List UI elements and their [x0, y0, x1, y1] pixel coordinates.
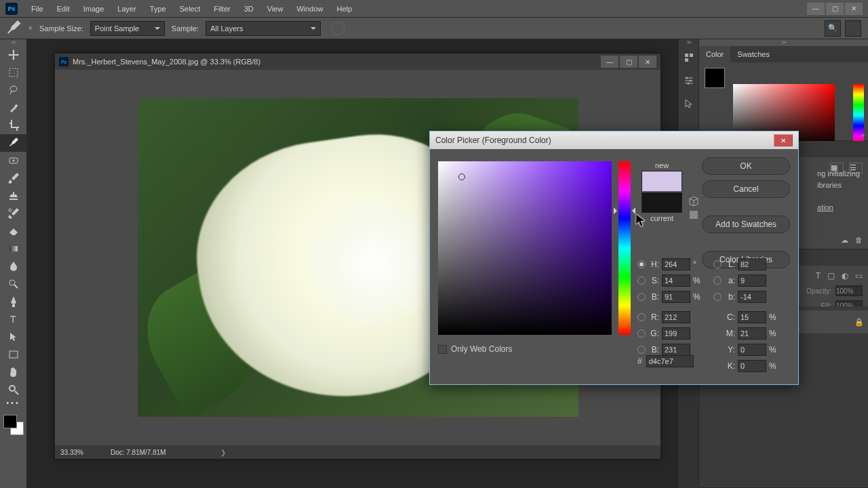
menu-help[interactable]: Help: [330, 0, 359, 17]
rectangle-tool[interactable]: [0, 346, 27, 363]
bb-input[interactable]: [662, 344, 690, 356]
workspace-button[interactable]: [845, 20, 861, 37]
gradient-tool[interactable]: [0, 240, 27, 258]
hue-slider[interactable]: [618, 161, 631, 335]
eyedropper-tool[interactable]: [0, 134, 27, 152]
type-tool[interactable]: T: [0, 310, 27, 328]
lasso-tool[interactable]: [0, 81, 27, 99]
healing-brush-tool[interactable]: [0, 152, 27, 169]
foreground-color-swatch[interactable]: [3, 415, 17, 428]
layers-filter-icon[interactable]: ▢: [827, 271, 835, 281]
tab-color[interactable]: Color: [699, 46, 730, 62]
move-tool[interactable]: [0, 46, 27, 64]
y-input[interactable]: [738, 344, 766, 356]
color-marker[interactable]: [458, 174, 465, 180]
menu-select[interactable]: Select: [173, 0, 208, 17]
menu-edit[interactable]: Edit: [50, 0, 77, 17]
document-titlebar[interactable]: Ps Mrs._Herbert_Stevens_May_2008.jpg @ 3…: [55, 54, 660, 70]
c-input[interactable]: [738, 311, 766, 323]
path-selection-tool[interactable]: [0, 328, 27, 346]
show-sampling-ring-icon[interactable]: [332, 22, 345, 35]
window-minimize[interactable]: —: [807, 3, 825, 15]
dodge-tool[interactable]: [0, 275, 27, 293]
menu-3d[interactable]: 3D: [237, 0, 260, 17]
chevron-right-icon[interactable]: ▸: [862, 131, 865, 138]
cancel-button[interactable]: Cancel: [702, 180, 790, 198]
character-panel-icon[interactable]: [679, 92, 699, 115]
blur-tool[interactable]: [0, 258, 27, 275]
current-color-swatch[interactable]: [642, 192, 682, 213]
foreground-background-swatch[interactable]: [3, 415, 24, 435]
doc-minimize[interactable]: —: [601, 56, 618, 68]
zoom-tool[interactable]: [0, 381, 27, 399]
l-input[interactable]: [738, 258, 766, 270]
hand-tool[interactable]: [0, 363, 27, 381]
lock-icon[interactable]: 🔒: [854, 318, 863, 327]
layers-filter-icon-2[interactable]: ◐: [842, 271, 848, 281]
cloud-icon[interactable]: ☁: [841, 236, 848, 245]
h-radio[interactable]: [637, 260, 646, 268]
right-panels-handle[interactable]: ≫: [699, 39, 868, 46]
libraries-link[interactable]: ation: [817, 203, 833, 211]
m-input[interactable]: [738, 327, 766, 340]
s-input[interactable]: [662, 274, 690, 287]
bv-radio[interactable]: [637, 293, 646, 301]
g-radio[interactable]: [637, 329, 646, 338]
zoom-level[interactable]: 33.33%: [60, 449, 83, 456]
bv-input[interactable]: [662, 291, 690, 303]
sample-size-select[interactable]: Point Sample: [90, 21, 165, 36]
properties-panel-icon[interactable]: [679, 69, 699, 92]
dialog-close-button[interactable]: ✕: [774, 134, 793, 146]
toolbox-more[interactable]: •••: [0, 399, 26, 412]
ok-button[interactable]: OK: [702, 157, 790, 175]
trash-icon[interactable]: 🗑: [855, 236, 863, 245]
menu-layer[interactable]: Layer: [111, 0, 143, 17]
k-input[interactable]: [738, 360, 766, 372]
hex-input[interactable]: [646, 355, 694, 367]
dialog-titlebar[interactable]: Color Picker (Foreground Color) ✕: [430, 131, 798, 149]
window-close[interactable]: ✕: [845, 3, 863, 15]
search-icon[interactable]: 🔍: [825, 20, 841, 37]
websafe-icon[interactable]: [689, 210, 698, 220]
chevron-right-icon[interactable]: ❯: [220, 449, 226, 456]
sample-select[interactable]: All Layers: [205, 21, 321, 36]
bl-input[interactable]: [738, 291, 766, 303]
opacity-input[interactable]: [835, 285, 863, 296]
history-brush-tool[interactable]: [0, 205, 27, 222]
s-radio[interactable]: [637, 277, 646, 285]
add-swatches-button[interactable]: Add to Swatches: [702, 216, 790, 233]
menu-image[interactable]: Image: [77, 0, 111, 17]
color-swatch[interactable]: [705, 68, 725, 88]
eraser-tool[interactable]: [0, 222, 27, 240]
toolbox-handle[interactable]: ≪: [0, 39, 26, 46]
h-input[interactable]: [662, 258, 690, 270]
magic-wand-tool[interactable]: [0, 99, 27, 117]
type-tool-icon[interactable]: T: [816, 271, 821, 281]
clone-stamp-tool[interactable]: [0, 187, 27, 205]
brush-tool[interactable]: [0, 169, 27, 187]
marquee-tool[interactable]: [0, 64, 27, 81]
window-maximize[interactable]: ▢: [826, 3, 844, 15]
r-input[interactable]: [662, 311, 690, 323]
pen-tool[interactable]: [0, 293, 27, 310]
bb-radio[interactable]: [637, 346, 646, 354]
crop-tool[interactable]: [0, 117, 27, 134]
only-web-colors-checkbox[interactable]: [438, 345, 447, 354]
doc-info[interactable]: Doc: 7.81M/7.81M: [111, 449, 166, 456]
l-radio[interactable]: [713, 260, 722, 268]
menu-file[interactable]: File: [24, 0, 50, 17]
bl-radio[interactable]: [713, 293, 722, 301]
doc-close[interactable]: ✕: [639, 56, 656, 68]
saturation-value-field[interactable]: [438, 161, 612, 335]
history-panel-icon[interactable]: [679, 46, 699, 69]
menu-view[interactable]: View: [260, 0, 290, 17]
menu-type[interactable]: Type: [143, 0, 173, 17]
a-input[interactable]: [738, 274, 766, 287]
menu-window[interactable]: Window: [290, 0, 330, 17]
g-input[interactable]: [662, 327, 690, 340]
panels-handle[interactable]: ≫: [679, 39, 698, 46]
r-radio[interactable]: [637, 313, 646, 321]
tab-swatches[interactable]: Swatches: [730, 46, 776, 62]
doc-maximize[interactable]: ▢: [620, 56, 637, 68]
menu-filter[interactable]: Filter: [207, 0, 237, 17]
